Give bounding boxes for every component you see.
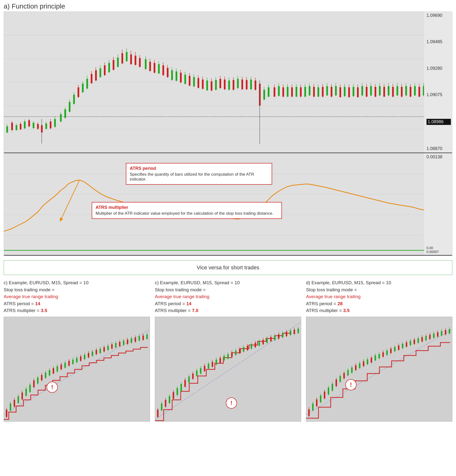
atrs-multiplier-text: Multiplier of the ATR indicator value em… <box>96 211 278 216</box>
ex-c1-line1: c) Example, EURUSD, M15, Spread = 10 <box>4 279 150 286</box>
example-d-exclaim: ! <box>345 379 357 390</box>
price-label-high: 1.09690 <box>426 13 451 18</box>
price-label-2: 1.09485 <box>426 39 451 44</box>
svg-rect-24 <box>41 125 43 132</box>
atrs-multiplier-title: ATRS multiplier <box>96 205 278 210</box>
ex-c2-param1: ATRS period = 14 <box>155 300 301 307</box>
example-c1: c) Example, EURUSD, M15, Spread = 10 Sto… <box>4 279 150 422</box>
atrs-period-annotation: ATRS period Specifies the quantity of ba… <box>126 163 272 185</box>
ex-c1-param1: ATRS period = 14 <box>4 300 150 307</box>
ex-c1-param2: ATRS multiplier = 3.5 <box>4 307 150 314</box>
examples-row: c) Example, EURUSD, M15, Spread = 10 Sto… <box>0 279 456 426</box>
vice-versa-bar: Vice versa for short trades <box>4 260 452 275</box>
indicator-label-high: 0.00138 <box>426 154 451 160</box>
price-axis: 1.09690 1.09485 1.09280 1.09075 1.08986 … <box>425 12 452 152</box>
price-label-4: 1.09075 <box>426 92 451 97</box>
example-c2-chart: ! <box>155 317 301 422</box>
atrs-multiplier-annotation: ATRS multiplier Multiplier of the ATR in… <box>92 202 282 219</box>
example-c1-header: c) Example, EURUSD, M15, Spread = 10 Sto… <box>4 279 150 314</box>
example-d-chart: ! <box>306 317 452 422</box>
ex-d-param2: ATRS multiplier = 3.5 <box>306 307 452 314</box>
example-c2-exclaim: ! <box>226 397 237 409</box>
ex-c2-param2: ATRS multiplier = 7.0 <box>155 307 301 314</box>
atrs-period-text: Specifies the quantity of bars utilized … <box>130 172 268 182</box>
example-c1-svg <box>4 317 150 421</box>
example-c2-header: c) Example, EURUSD, M15, Spread = 10 Sto… <box>155 279 301 314</box>
ex-c1-line2: Stop loss trailing mode = <box>4 286 150 294</box>
price-chart: 1.09690 1.09485 1.09280 1.09075 1.08986 … <box>4 12 452 153</box>
ex-d-mode: Average true range trailing <box>306 293 452 300</box>
example-d: d) Example, EURUSD, M15, Spread = 10 Sto… <box>306 279 452 422</box>
ex-d-line2: Stop loss trailing mode = <box>306 286 452 294</box>
main-chart-container: 1.09690 1.09485 1.09280 1.09075 1.08986 … <box>4 11 452 256</box>
atrs-period-title: ATRS period <box>130 166 268 171</box>
price-chart-svg <box>4 12 424 152</box>
example-c1-exclaim: ! <box>47 382 58 393</box>
ex-d-param1: ATRS period = 28 <box>306 300 452 307</box>
example-d-svg <box>306 317 452 421</box>
indicator-chart: 0.00138 0.000.00007 ATRS period Specifie… <box>4 153 452 256</box>
section-a-title: a) Function principle <box>0 0 456 11</box>
ex-d-line1: d) Example, EURUSD, M15, Spread = 10 <box>306 279 452 286</box>
ex-c2-mode: Average true range trailing <box>155 293 301 300</box>
price-label-3: 1.09280 <box>426 66 451 71</box>
price-label-low: 1.08870 <box>426 146 451 151</box>
ex-c2-line2: Stop loss trailing mode = <box>155 286 301 294</box>
example-c1-chart: ! <box>4 317 150 422</box>
example-c2: c) Example, EURUSD, M15, Spread = 10 Sto… <box>155 279 301 422</box>
example-d-header: d) Example, EURUSD, M15, Spread = 10 Sto… <box>306 279 452 314</box>
price-label-current: 1.08986 <box>426 119 451 125</box>
ex-c1-mode: Average true range trailing <box>4 293 150 300</box>
ex-c2-line1: c) Example, EURUSD, M15, Spread = 10 <box>155 279 301 286</box>
indicator-axis: 0.00138 0.000.00007 <box>425 153 452 255</box>
indicator-label-low: 0.000.00007 <box>426 246 451 254</box>
